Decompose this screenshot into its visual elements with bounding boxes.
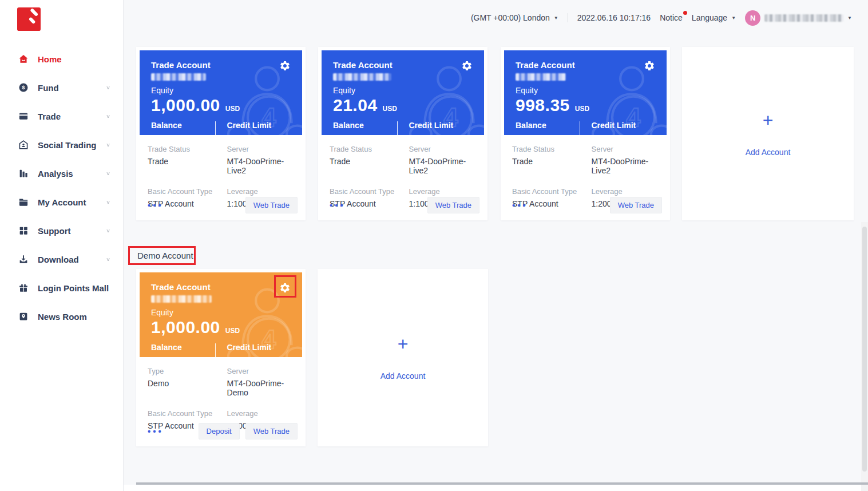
social-trading-icon xyxy=(18,140,29,150)
chevron-down-icon: ∨ xyxy=(106,85,110,90)
language-label: Language xyxy=(692,13,727,22)
news-pin-icon xyxy=(18,311,29,322)
timezone-dropdown[interactable]: (GMT +00:00) London ▼ xyxy=(471,13,558,22)
chevron-down-icon: ∨ xyxy=(106,113,110,119)
caret-down-icon: ▼ xyxy=(554,15,558,21)
card-title: Trade Account xyxy=(151,282,211,292)
sidebar-item-home[interactable]: Home xyxy=(0,45,123,73)
web-trade-button[interactable]: Web Trade xyxy=(427,197,479,213)
credit-limit-value: 0.00 xyxy=(592,133,656,135)
brand-logo[interactable] xyxy=(0,0,123,45)
chevron-down-icon: ∨ xyxy=(106,142,110,148)
equity-value: 998.35 xyxy=(516,96,570,115)
balance-label: Balance xyxy=(151,121,215,130)
sidebar-item-label: Trade xyxy=(38,112,106,121)
sidebar-item-download[interactable]: Download ∨ xyxy=(0,245,123,274)
currency-label: USD xyxy=(383,105,397,113)
account-panel: Trade Account Equity 998.35 USD Balance … xyxy=(504,50,667,135)
account-number-blurred xyxy=(333,73,391,81)
equity-value: 1,000.00 xyxy=(151,318,220,337)
balance-label: Balance xyxy=(333,121,397,130)
sidebar-item-trade[interactable]: Trade ∨ xyxy=(0,102,123,130)
web-trade-button[interactable]: Web Trade xyxy=(610,197,662,213)
info-item: Trade StatusTrade xyxy=(148,145,227,175)
info-item: ServerMT4-DooPrime-Live2 xyxy=(409,145,476,175)
chevron-down-icon: ∨ xyxy=(106,228,110,233)
sidebar-item-label: Social Trading xyxy=(38,140,106,150)
gift-icon xyxy=(18,283,29,293)
gear-annotation-box xyxy=(274,275,296,298)
sidebar-item-my-account[interactable]: My Account ∨ xyxy=(0,188,123,216)
home-icon xyxy=(18,54,29,64)
credit-limit-label: Credit Limit xyxy=(592,121,656,130)
trade-account-card-1: Trade Account Equity 1,000.00 USD Balanc… xyxy=(136,47,306,220)
sidebar-item-news-room[interactable]: News Room xyxy=(0,302,123,331)
balance-label: Balance xyxy=(516,121,580,130)
sidebar-item-login-points-mall[interactable]: Login Points Mall xyxy=(0,274,123,302)
balance-value: 998.35 xyxy=(516,133,580,135)
add-account-card[interactable]: + Add Account xyxy=(318,269,488,446)
svg-text:$: $ xyxy=(22,84,25,90)
sidebar-item-label: Login Points Mall xyxy=(38,283,110,293)
credit-limit-value: 0.00 xyxy=(227,355,291,357)
web-trade-button[interactable]: Web Trade xyxy=(245,197,298,213)
credit-limit-label: Credit Limit xyxy=(227,121,291,130)
demo-account-section-annotation: Demo Account xyxy=(128,246,196,265)
add-account-card[interactable]: + Add Account xyxy=(682,47,854,220)
datetime-text: 2022.06.16 10:17:16 xyxy=(577,13,651,22)
demo-account-section-label: Demo Account xyxy=(137,251,193,260)
credit-limit-label: Credit Limit xyxy=(227,343,291,352)
horizontal-scrollbar-track xyxy=(124,485,868,491)
account-number-blurred xyxy=(151,73,206,81)
sidebar-item-support[interactable]: Support ∨ xyxy=(0,216,123,245)
more-actions-button[interactable]: ••• xyxy=(148,200,164,210)
card-title: Trade Account xyxy=(516,60,575,70)
topbar: (GMT +00:00) London ▼ 2022.06.16 10:17:1… xyxy=(124,0,868,35)
notification-dot xyxy=(683,11,687,15)
grid-icon xyxy=(18,225,29,236)
web-trade-button[interactable]: Web Trade xyxy=(245,423,298,439)
more-actions-button[interactable]: ••• xyxy=(330,200,346,210)
more-actions-button[interactable]: ••• xyxy=(148,426,164,436)
info-item: Trade StatusTrade xyxy=(512,145,592,175)
add-account-label: Add Account xyxy=(746,148,791,157)
sidebar-item-fund[interactable]: $ Fund ∨ xyxy=(0,73,123,102)
trade-account-card-2: Trade Account Equity 21.04 USD Balance 2… xyxy=(318,47,487,220)
download-icon xyxy=(18,254,29,264)
sidebar-item-analysis[interactable]: Analysis ∨ xyxy=(0,159,123,188)
notice-button[interactable]: Notice xyxy=(660,13,683,22)
plus-icon: + xyxy=(398,335,409,353)
user-menu[interactable]: N ▼ xyxy=(745,10,852,26)
horizontal-scrollbar-thumb[interactable] xyxy=(136,482,868,485)
analysis-icon xyxy=(18,168,29,179)
chevron-down-icon: ∨ xyxy=(106,256,110,262)
more-actions-button[interactable]: ••• xyxy=(512,200,528,210)
deposit-button[interactable]: Deposit xyxy=(199,423,240,439)
sidebar-item-label: Download xyxy=(38,255,106,264)
info-item: Trade StatusTrade xyxy=(330,145,409,175)
vertical-scrollbar-track[interactable] xyxy=(861,222,868,491)
account-number-blurred xyxy=(516,73,566,81)
sidebar-item-social-trading[interactable]: Social Trading ∨ xyxy=(0,130,123,159)
dooprime-logo-icon xyxy=(17,7,41,31)
card-title: Trade Account xyxy=(151,60,211,70)
chevron-down-icon: ∨ xyxy=(106,171,110,176)
vertical-scrollbar-thumb[interactable] xyxy=(862,227,867,472)
chevron-down-icon: ∨ xyxy=(106,199,110,205)
balance-value: 21.04 xyxy=(333,133,397,135)
account-number-blurred xyxy=(151,295,212,303)
equity-value: 1,000.00 xyxy=(151,96,220,115)
info-item: ServerMT4-DooPrime-Demo xyxy=(227,367,294,397)
notice-label: Notice xyxy=(660,13,683,22)
caret-down-icon: ▼ xyxy=(731,15,736,21)
avatar: N xyxy=(745,10,760,26)
plus-icon: + xyxy=(763,111,774,129)
account-panel: Trade Account Equity 21.04 USD Balance 2… xyxy=(322,50,484,135)
info-item: ServerMT4-DooPrime-Live2 xyxy=(227,145,294,175)
trade-account-card-3: Trade Account Equity 998.35 USD Balance … xyxy=(501,47,670,220)
language-dropdown[interactable]: Language ▼ xyxy=(692,13,736,22)
info-item: ServerMT4-DooPrime-Live2 xyxy=(592,145,659,175)
credit-limit-label: Credit Limit xyxy=(409,121,473,130)
add-account-label: Add Account xyxy=(381,371,426,381)
sidebar-item-label: Support xyxy=(38,226,106,236)
